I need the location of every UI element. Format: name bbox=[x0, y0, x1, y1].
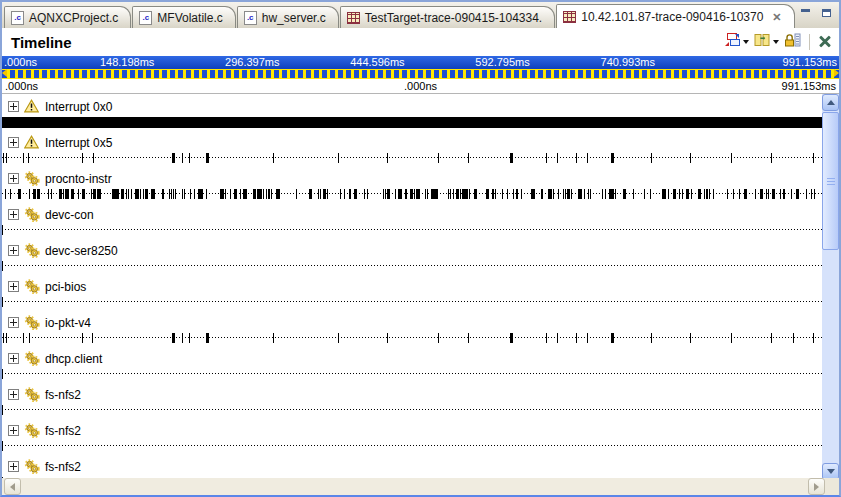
tab-close-icon[interactable]: ✕ bbox=[772, 12, 781, 22]
expand-plus-icon[interactable] bbox=[8, 209, 19, 220]
trace-track[interactable] bbox=[2, 117, 822, 128]
trace-track[interactable] bbox=[2, 189, 822, 199]
trace-event-tick bbox=[453, 189, 454, 199]
process-row-label[interactable]: dhcp.client bbox=[2, 348, 822, 369]
horizontal-scrollbar[interactable] bbox=[2, 478, 839, 495]
trace-event-tick bbox=[698, 189, 701, 199]
timeline-ruler[interactable]: .000ns148.198ms296.397ms444.596ms592.795… bbox=[2, 56, 839, 69]
process-row-label[interactable]: Interrupt 0x5 bbox=[2, 132, 822, 153]
process-row: procnto-instr bbox=[2, 168, 822, 204]
range-right-arrow-icon bbox=[834, 69, 839, 77]
trace-track[interactable] bbox=[2, 261, 822, 271]
trace-event-tick bbox=[755, 189, 756, 199]
trace-event-tick bbox=[206, 153, 209, 163]
minimize-view-button[interactable] bbox=[798, 6, 813, 20]
trace-track[interactable] bbox=[2, 441, 822, 451]
expand-plus-icon[interactable] bbox=[8, 137, 19, 148]
trace-event-tick bbox=[733, 189, 734, 199]
expand-plus-icon[interactable] bbox=[8, 101, 19, 112]
expand-plus-icon[interactable] bbox=[8, 353, 19, 364]
trace-event-tick bbox=[513, 189, 514, 199]
trace-event-tick bbox=[486, 189, 489, 199]
editor-tab-4[interactable]: 10.42.101.87-trace-090416-10370✕ bbox=[556, 4, 794, 28]
vertical-scrollbar-thumb[interactable] bbox=[822, 112, 839, 250]
trace-track[interactable] bbox=[2, 225, 822, 235]
process-row: fs-nfs2 bbox=[2, 420, 822, 456]
ruler-tick-label: 740.993ms bbox=[601, 56, 655, 69]
process-row: fs-nfs2 bbox=[2, 384, 822, 420]
scroll-up-button[interactable] bbox=[822, 94, 839, 111]
compare-panes-button[interactable] bbox=[753, 32, 780, 52]
editor-tab-2[interactable]: .chw_server.c bbox=[237, 6, 339, 28]
editor-tab-0[interactable]: .cAQNXCProject.c bbox=[4, 6, 131, 28]
editor-tab-3[interactable]: TestTarget-trace-090415-104334. bbox=[340, 6, 555, 28]
process-row-label[interactable]: devc-con bbox=[2, 204, 822, 225]
trace-event-tick bbox=[633, 189, 634, 199]
trace-event-tick bbox=[567, 189, 570, 199]
ruler-tick-label: 991.153ms bbox=[783, 56, 837, 69]
expand-plus-icon[interactable] bbox=[8, 173, 19, 184]
warning-icon bbox=[24, 135, 40, 150]
pane-switch-button[interactable] bbox=[723, 32, 750, 52]
close-view-button[interactable] bbox=[817, 34, 833, 50]
trace-event-tick bbox=[189, 153, 190, 163]
process-name: Interrupt 0x5 bbox=[45, 136, 112, 150]
trace-event-tick bbox=[140, 189, 141, 199]
c-file-icon: .c bbox=[11, 11, 24, 25]
chevron-left-icon bbox=[10, 483, 15, 491]
trace-event-tick bbox=[733, 189, 734, 199]
process-row-label[interactable]: devc-ser8250 bbox=[2, 240, 822, 261]
trace-track[interactable] bbox=[2, 405, 822, 415]
expand-plus-icon[interactable] bbox=[8, 317, 19, 328]
trace-event-tick bbox=[780, 189, 781, 199]
lock-columns-button[interactable] bbox=[783, 32, 802, 52]
process-name: fs-nfs2 bbox=[45, 424, 81, 438]
trace-track[interactable] bbox=[2, 297, 822, 307]
process-icon bbox=[24, 207, 40, 222]
trace-event-tick bbox=[163, 189, 164, 199]
trace-event-tick bbox=[145, 189, 148, 199]
trace-event-tick bbox=[510, 153, 513, 163]
maximize-view-button[interactable] bbox=[819, 6, 834, 20]
trace-event-tick bbox=[3, 153, 4, 163]
view-toolbar bbox=[723, 32, 833, 52]
trace-event-tick bbox=[691, 189, 692, 199]
expand-plus-icon[interactable] bbox=[8, 461, 19, 472]
ruler-tick-label: 296.397ms bbox=[225, 56, 279, 69]
trace-event-tick bbox=[182, 333, 183, 343]
trace-event-tick bbox=[131, 189, 132, 199]
editor-tab-1[interactable]: .cMFVolatile.c bbox=[132, 6, 235, 28]
process-row-label[interactable]: procnto-instr bbox=[2, 168, 822, 189]
expand-plus-icon[interactable] bbox=[8, 245, 19, 256]
scroll-left-button[interactable] bbox=[4, 478, 21, 495]
process-row-label[interactable]: Interrupt 0x0 bbox=[2, 96, 822, 117]
vertical-scrollbar[interactable] bbox=[822, 94, 839, 480]
expand-plus-icon[interactable] bbox=[8, 389, 19, 400]
expand-plus-icon[interactable] bbox=[8, 425, 19, 436]
trace-event-tick bbox=[121, 189, 122, 199]
process-row-label[interactable]: fs-nfs2 bbox=[2, 384, 822, 405]
trace-event-tick bbox=[784, 189, 785, 199]
trace-event-tick bbox=[387, 333, 388, 343]
trace-event-tick bbox=[23, 333, 24, 343]
trace-event-tick bbox=[546, 153, 547, 163]
process-row-label[interactable]: fs-nfs2 bbox=[2, 456, 822, 477]
process-row-label[interactable]: io-pkt-v4 bbox=[2, 312, 822, 333]
range-left-arrow-icon bbox=[2, 69, 7, 77]
timeline-range-selector[interactable] bbox=[2, 69, 839, 79]
scroll-right-button[interactable] bbox=[808, 478, 825, 495]
trace-event-tick bbox=[768, 189, 769, 199]
trace-event-tick bbox=[811, 189, 812, 199]
trace-event-tick bbox=[587, 153, 588, 163]
trace-event-tick bbox=[605, 189, 606, 199]
process-row-label[interactable]: pci-bios bbox=[2, 276, 822, 297]
process-row-label[interactable]: fs-nfs2 bbox=[2, 420, 822, 441]
trace-track[interactable] bbox=[2, 333, 822, 343]
process-icon bbox=[24, 423, 40, 438]
trace-event-tick bbox=[558, 189, 559, 199]
trace-track[interactable] bbox=[2, 369, 822, 379]
trace-event-tick bbox=[771, 333, 772, 343]
trace-track[interactable] bbox=[2, 153, 822, 163]
trace-event-tick bbox=[83, 189, 84, 199]
expand-plus-icon[interactable] bbox=[8, 281, 19, 292]
